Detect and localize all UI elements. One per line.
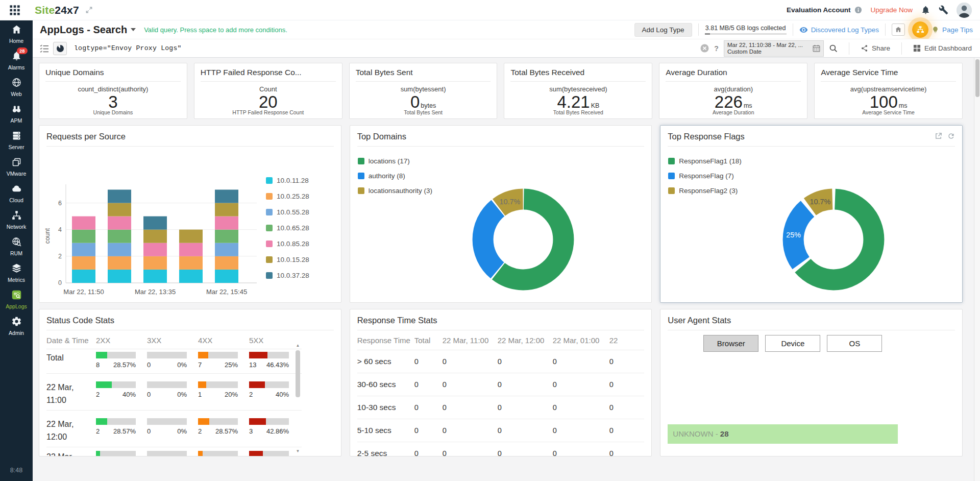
legend-item-ResponseFlag2[interactable]: ResponseFlag2 (3) [668,187,741,195]
bar-segment-10.0.37.28[interactable] [108,189,131,203]
sidebar-item-server[interactable]: Server [0,127,33,153]
sidebar-item-applogs[interactable]: AppLogs [0,286,33,312]
help-icon[interactable]: ? [714,44,719,53]
bar-segment-10.0.85.28[interactable] [215,217,238,230]
page-scrollbar[interactable] [974,58,980,481]
bar-segment-10.0.11.28[interactable] [179,270,203,283]
bar-segment-10.0.55.28[interactable] [108,243,131,256]
legend-item-10.0.65.28[interactable]: 10.0.65.28 [266,224,309,232]
bar-segment-10.0.11.28[interactable] [72,270,95,283]
table-scrollbar[interactable]: ▲ ▼ [294,343,302,454]
stat-card-unique-domains[interactable]: Unique Domainscount_distinct(authority)3… [39,63,187,119]
response-time-stats-card[interactable]: Response Time Stats Response TimeTotal22… [350,309,652,456]
sidebar-item-home[interactable]: Home [0,20,33,47]
legend-item-10.0.25.28[interactable]: 10.0.25.28 [266,193,309,200]
discovered-log-types-link[interactable]: Discovered Log Types [799,26,879,34]
stat-card-total-bytes-sent[interactable]: Total Bytes Sentsum(bytessent)0bytesTota… [349,63,498,119]
bar-segment-10.0.55.28[interactable] [72,243,95,256]
stat-card-average-duration[interactable]: Average Durationavg(duration)226msAverag… [659,63,807,119]
user-avatar[interactable] [957,3,972,18]
user-agent-stats-card[interactable]: User Agent Stats BrowserDeviceOS UNKNOWN… [660,309,963,456]
legend-item-ResponseFlag[interactable]: ResponseFlag (7) [668,172,741,180]
site24x7-logo[interactable]: Site24x7 [35,4,79,16]
user-agent-bar-unknown[interactable]: UNKNOWN - 28 [668,424,898,444]
saved-searches-icon[interactable] [40,44,49,53]
sidebar-item-rum[interactable]: RUM [0,233,33,259]
bar-segment-10.0.25.28[interactable] [108,256,131,270]
bar-segment-10.0.25.28[interactable] [72,256,95,270]
expand-icon[interactable] [85,6,93,14]
page-scroll-thumb[interactable] [975,59,979,97]
edit-dashboard-button[interactable]: Edit Dashboard [913,44,972,52]
upgrade-now-link[interactable]: Upgrade Now [870,6,913,14]
sidebar-item-admin[interactable]: Admin [0,312,33,339]
top-domains-card[interactable]: Top Domains locations (17)authority (8)l… [350,125,652,303]
bar-segment-10.0.37.28[interactable] [143,217,167,230]
top-response-flags-card[interactable]: Top Response Flags ResponseFlag1 (18)Res… [660,125,963,303]
sidebar-item-cloud[interactable]: Cloud [0,180,33,206]
scroll-up-icon[interactable]: ▲ [294,343,302,348]
sidebar-item-network[interactable]: Network [0,206,33,233]
export-icon[interactable] [935,132,942,140]
sidebar-item-apm[interactable]: APM [0,100,33,127]
bar-segment-10.0.15.28[interactable] [143,230,167,243]
bar-segment-10.0.25.28[interactable] [215,256,238,270]
app-launcher-icon[interactable] [9,5,20,16]
legend-item-10.0.55.28[interactable]: 10.0.55.28 [266,208,309,216]
legend-item-10.0.85.28[interactable]: 10.0.85.28 [266,240,309,248]
stat-card-total-bytes-received[interactable]: Total Bytes Receivedsum(bytesreceived)4.… [504,63,652,119]
bar-segment-10.0.15.28[interactable] [179,230,203,243]
bar-segment-10.0.65.28[interactable] [108,230,131,243]
ua-tab-os[interactable]: OS [827,335,882,352]
legend-item-ResponseFlag1[interactable]: ResponseFlag1 (18) [668,157,741,165]
bar-segment-10.0.25.28[interactable] [143,256,167,270]
ua-tab-browser[interactable]: Browser [703,335,758,352]
scroll-down-icon[interactable]: ▼ [294,449,302,454]
legend-item-locationsauthority[interactable]: locationsauthority (3) [358,187,432,195]
bar-segment-10.0.11.28[interactable] [215,270,238,283]
bar-segment-10.0.85.28[interactable] [72,217,95,230]
stat-card-http-failed-response-count[interactable]: HTTP Failed Response Co...Count20HTTP Fa… [194,63,342,119]
info-icon[interactable] [854,6,862,14]
bar-segment-10.0.55.28[interactable] [215,243,238,256]
scroll-thumb[interactable] [296,350,300,397]
page-title-dropdown[interactable]: AppLogs - Search [40,24,136,36]
notifications-bell-icon[interactable] [921,5,930,15]
clear-query-icon[interactable] [700,44,709,53]
top-domains-donut[interactable]: 10.7% [460,177,586,302]
sidebar-item-web[interactable]: Web [0,74,33,100]
legend-item-10.0.37.28[interactable]: 10.0.37.28 [266,272,309,279]
share-button[interactable]: Share [861,44,890,52]
stat-card-average-service-time[interactable]: Average Service Timeavg(upstreamservicet… [814,63,963,119]
legend-item-10.0.15.28[interactable]: 10.0.15.28 [266,256,309,263]
date-range-picker[interactable]: Mar 22, 11:10:38 - Mar 22, ... Custom Da… [724,40,824,57]
chart-view-button[interactable] [53,42,67,55]
ua-tab-device[interactable]: Device [765,335,820,352]
bar-segment-10.0.11.28[interactable] [143,270,167,283]
legend-item-authority[interactable]: authority (8) [358,172,432,180]
bar-segment-10.0.15.28[interactable] [215,203,238,217]
tools-wrench-icon[interactable] [939,5,948,15]
top-response-flags-donut[interactable]: 25%10.7% [771,177,896,302]
bar-segment-10.0.65.28[interactable] [215,230,238,243]
search-icon[interactable] [829,44,838,53]
requests-per-source-card[interactable]: Requests per Source 0246countMar 22, 11:… [39,125,341,303]
bar-segment-10.0.85.28[interactable] [143,243,167,256]
requests-per-source-chart[interactable]: 0246countMar 22, 11:50Mar 22, 13:35Mar 2… [42,149,265,300]
bar-segment-10.0.37.28[interactable] [215,189,238,203]
refresh-icon[interactable] [947,132,955,140]
legend-item-10.0.11.28[interactable]: 10.0.11.28 [266,177,309,184]
page-tips-link[interactable]: Page Tips [932,26,973,34]
sidebar-item-vmware[interactable]: VMware [0,153,33,180]
legend-item-locations[interactable]: locations (17) [358,157,432,165]
add-log-type-button[interactable]: Add Log Type [634,23,692,37]
sidebar-item-alarms[interactable]: 28Alarms [0,47,33,74]
bar-segment-10.0.15.28[interactable] [108,203,131,217]
status-code-stats-card[interactable]: Status Code Stats Date & Time2XX3XX4XX5X… [39,309,341,456]
bar-segment-10.0.85.28[interactable] [179,243,203,256]
bar-segment-10.0.65.28[interactable] [72,230,95,243]
bar-segment-10.0.11.28[interactable] [108,270,131,283]
dashboard-home-button[interactable] [892,23,905,36]
bar-segment-10.0.25.28[interactable] [179,256,203,270]
sidebar-item-metrics[interactable]: Metrics [0,259,33,286]
